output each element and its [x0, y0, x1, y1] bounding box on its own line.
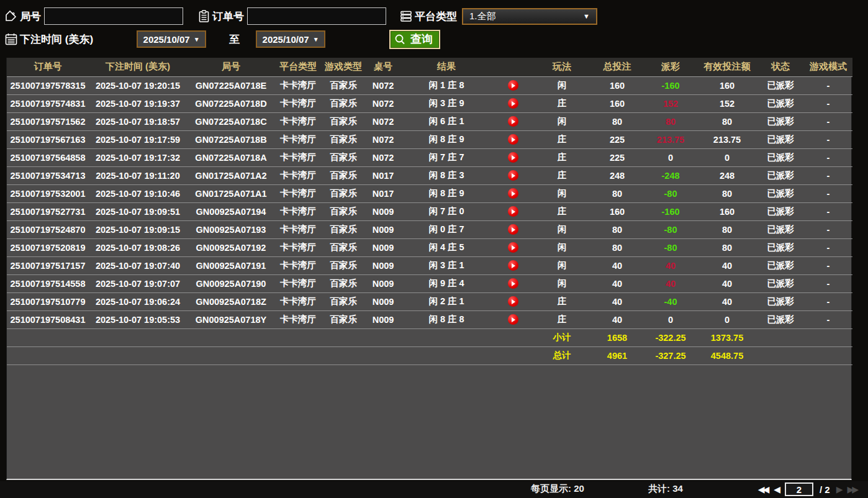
cell-valid-bet: 248 [697, 166, 757, 184]
cell-valid-bet: 80 [697, 220, 757, 238]
cell-platform: 卡卡湾厅 [275, 238, 321, 256]
cell-game-type: 百家乐 [321, 256, 366, 274]
date-from-picker[interactable]: 2025/10/07 ▼ [137, 30, 206, 48]
subtotal-valid: 1373.75 [697, 328, 757, 346]
replay-play-icon[interactable] [508, 80, 518, 91]
cell-payout: -80 [644, 238, 697, 256]
replay-play-icon[interactable] [508, 242, 518, 253]
platform-icon [400, 10, 412, 22]
calendar-icon [5, 33, 17, 45]
subtotal-payout: -322.25 [644, 328, 697, 346]
cell-game-type: 百家乐 [321, 220, 366, 238]
cell-payout: 152 [644, 94, 697, 112]
cell-game-mode: - [804, 274, 852, 292]
cell-round-number: GN00925A07194 [187, 202, 275, 220]
cell-replay [492, 202, 533, 220]
cell-order-number: 251007197508431 [7, 310, 89, 328]
replay-play-icon[interactable] [508, 98, 518, 109]
cell-table-number: N017 [366, 166, 400, 184]
cell-replay [492, 184, 533, 202]
cell-game-mode: - [804, 310, 852, 328]
cell-order-number: 251007197571562 [7, 112, 89, 130]
date-to-picker[interactable]: 2025/10/07 ▼ [256, 30, 325, 48]
table-row: 251007197524870 2025-10-07 19:09:15 GN00… [7, 220, 852, 238]
cell-valid-bet: 40 [697, 256, 757, 274]
cell-table-number: N009 [366, 220, 400, 238]
cell-replay [492, 166, 533, 184]
replay-play-icon[interactable] [508, 188, 518, 199]
cell-platform: 卡卡湾厅 [275, 184, 321, 202]
cell-round-number: GN00925A07190 [187, 274, 275, 292]
table-row: 251007197578315 2025-10-07 19:20:15 GN07… [7, 76, 852, 94]
platform-type-label: 平台类型 [415, 9, 457, 24]
platform-type-select[interactable]: 1.全部 ▼ [462, 8, 597, 25]
col-header-total-bet: 总投注 [590, 58, 644, 76]
table-row: 251007197517157 2025-10-07 19:07:40 GN00… [7, 256, 852, 274]
cell-play-type: 庄 [533, 130, 590, 148]
replay-play-icon[interactable] [508, 170, 518, 181]
cell-order-number: 251007197510779 [7, 292, 89, 310]
bet-time-label: 下注时间 (美东) [20, 32, 93, 47]
cell-status: 已派彩 [757, 202, 804, 220]
cell-platform: 卡卡湾厅 [275, 94, 321, 112]
cell-game-mode: - [804, 130, 852, 148]
replay-play-icon[interactable] [508, 224, 518, 235]
cell-game-type: 百家乐 [321, 274, 366, 292]
page-number-input[interactable] [785, 482, 813, 496]
cell-result: 闲 2 庄 1 [400, 292, 492, 310]
col-header-table: 桌号 [366, 58, 400, 76]
search-button[interactable]: 查询 [389, 30, 440, 49]
order-number-input[interactable] [247, 7, 386, 25]
round-number-input[interactable] [44, 7, 183, 25]
cell-table-number: N072 [366, 94, 400, 112]
cell-total-bet: 80 [590, 112, 644, 130]
total-label: 总计 [533, 346, 590, 364]
cell-order-number: 251007197520819 [7, 238, 89, 256]
replay-play-icon[interactable] [508, 296, 518, 307]
cell-bet-time: 2025-10-07 19:17:32 [89, 148, 187, 166]
cell-status: 已派彩 [757, 256, 804, 274]
next-page-button[interactable]: ▶ [836, 484, 841, 494]
replay-play-icon[interactable] [508, 134, 518, 145]
cell-payout: 80 [644, 112, 697, 130]
cell-game-mode: - [804, 112, 852, 130]
cell-result: 闲 8 庄 8 [400, 310, 492, 328]
cell-result: 闲 1 庄 8 [400, 76, 492, 94]
cell-valid-bet: 0 [697, 148, 757, 166]
cell-table-number: N072 [366, 76, 400, 94]
cell-game-type: 百家乐 [321, 184, 366, 202]
cell-round-number: GN07225A0718B [187, 130, 275, 148]
cell-table-number: N009 [366, 238, 400, 256]
cell-payout: 213.75 [644, 130, 697, 148]
cell-game-type: 百家乐 [321, 310, 366, 328]
prev-page-button[interactable]: ◀ [774, 484, 779, 494]
replay-play-icon[interactable] [508, 278, 518, 289]
cell-total-bet: 40 [590, 256, 644, 274]
page-total-label: / 2 [820, 484, 830, 495]
cell-game-type: 百家乐 [321, 76, 366, 94]
cell-round-number: GN01725A071A2 [187, 166, 275, 184]
cell-platform: 卡卡湾厅 [275, 256, 321, 274]
col-header-bet-time: 下注时间 (美东) [89, 58, 187, 76]
first-page-button[interactable]: ◀◀ [758, 484, 768, 494]
replay-play-icon[interactable] [508, 116, 518, 127]
cell-order-number: 251007197578315 [7, 76, 89, 94]
replay-play-icon[interactable] [508, 152, 518, 163]
footer-bar: 每页显示: 20 共计: 34 ◀◀ ◀ / 2 ▶ ▶▶ [0, 481, 868, 498]
cell-platform: 卡卡湾厅 [275, 274, 321, 292]
cell-play-type: 闲 [533, 220, 590, 238]
table-body: 251007197578315 2025-10-07 19:20:15 GN07… [7, 76, 852, 328]
cell-platform: 卡卡湾厅 [275, 292, 321, 310]
replay-play-icon[interactable] [508, 314, 518, 325]
cell-bet-time: 2025-10-07 19:09:15 [89, 220, 187, 238]
replay-play-icon[interactable] [508, 206, 518, 217]
cell-play-type: 闲 [533, 76, 590, 94]
last-page-button[interactable]: ▶▶ [847, 484, 857, 494]
cell-play-type: 庄 [533, 202, 590, 220]
page-size-label: 每页显示: 20 [531, 483, 584, 495]
cell-round-number: GN07225A0718D [187, 94, 275, 112]
replay-play-icon[interactable] [508, 260, 518, 271]
total-row: 总计 4961 -327.25 4548.75 [7, 346, 852, 364]
cell-bet-time: 2025-10-07 19:19:37 [89, 94, 187, 112]
cell-game-type: 百家乐 [321, 292, 366, 310]
